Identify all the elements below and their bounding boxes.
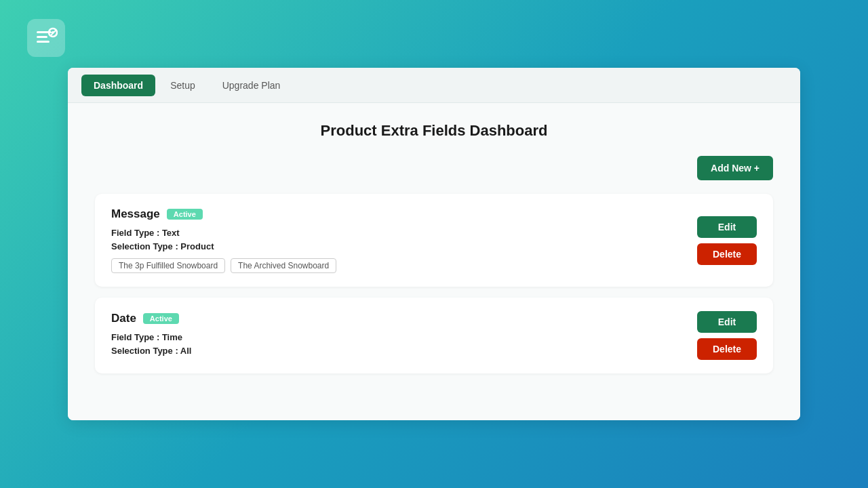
tag-archived-snowboard: The Archived Snowboard: [231, 258, 336, 273]
app-logo-icon: [27, 19, 65, 57]
delete-date-button[interactable]: Delete: [697, 338, 757, 360]
tab-dashboard[interactable]: Dashboard: [81, 75, 155, 96]
card-message-badge: Active: [167, 209, 203, 220]
field-type-label: Field Type :: [111, 228, 162, 238]
add-new-row: Add New +: [95, 156, 773, 180]
tag-3p-fulfilled: The 3p Fulfilled Snowboard: [111, 258, 225, 273]
card-message-tags: The 3p Fulfilled Snowboard The Archived …: [111, 258, 697, 273]
edit-date-button[interactable]: Edit: [697, 311, 757, 333]
logo-area: [27, 19, 65, 57]
card-message-field-type: Field Type : Text: [111, 228, 697, 238]
svg-rect-1: [37, 36, 47, 38]
page-title: Product Extra Fields Dashboard: [95, 122, 773, 140]
card-date-header: Date Active: [111, 312, 697, 325]
card-date-badge: Active: [143, 313, 179, 324]
card-message-header: Message Active: [111, 207, 697, 221]
card-date-actions: Edit Delete: [697, 311, 757, 360]
nav-bar: Dashboard Setup Upgrade Plan: [68, 68, 800, 103]
card-date-field-type: Field Type : Time: [111, 332, 697, 342]
date-field-type-value: Time: [162, 332, 182, 342]
tab-setup[interactable]: Setup: [158, 75, 208, 96]
date-field-type-label: Field Type :: [111, 332, 162, 342]
card-message-selection-type: Selection Type : Product: [111, 241, 697, 251]
date-selection-type-value: All: [180, 346, 192, 356]
card-date: Date Active Field Type : Time Selection …: [95, 298, 773, 373]
content-area: Product Extra Fields Dashboard Add New +…: [68, 103, 800, 420]
main-container: Dashboard Setup Upgrade Plan Product Ext…: [68, 68, 800, 420]
card-message-actions: Edit Delete: [697, 216, 757, 265]
card-message-left: Message Active Field Type : Text Selecti…: [111, 207, 697, 273]
card-date-selection-type: Selection Type : All: [111, 346, 697, 356]
selection-type-value: Product: [180, 241, 214, 251]
selection-type-label: Selection Type :: [111, 241, 180, 251]
card-date-left: Date Active Field Type : Time Selection …: [111, 312, 697, 359]
tab-upgrade-plan[interactable]: Upgrade Plan: [210, 75, 293, 96]
add-new-button[interactable]: Add New +: [697, 156, 773, 180]
field-type-value: Text: [162, 228, 180, 238]
card-message-title: Message: [111, 207, 160, 221]
delete-message-button[interactable]: Delete: [697, 243, 757, 265]
card-message: Message Active Field Type : Text Selecti…: [95, 194, 773, 287]
card-date-title: Date: [111, 312, 136, 325]
svg-rect-2: [37, 41, 50, 43]
edit-message-button[interactable]: Edit: [697, 216, 757, 238]
date-selection-type-label: Selection Type :: [111, 346, 180, 356]
